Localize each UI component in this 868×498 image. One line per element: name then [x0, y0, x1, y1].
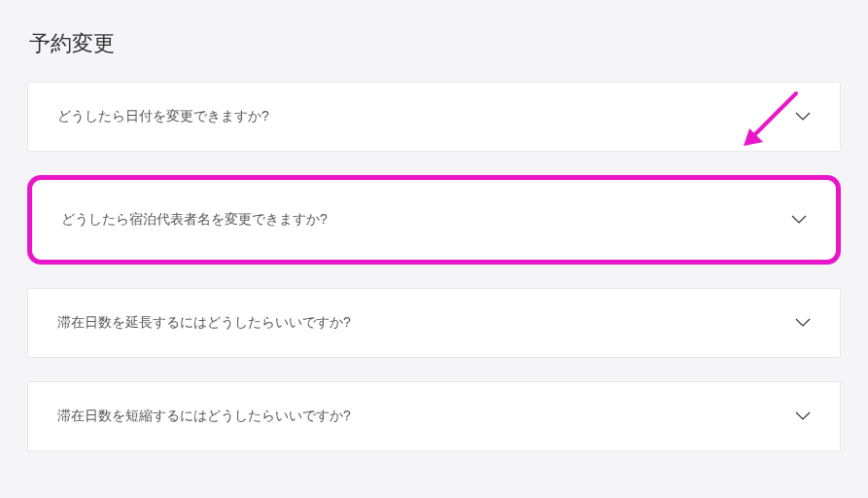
- faq-item-label: どうしたら日付を変更できますか?: [57, 108, 269, 125]
- faq-item-shorten-stay[interactable]: 滞在日数を短縮するにはどうしたらいいですか?: [27, 381, 841, 451]
- faq-item-label: どうしたら宿泊代表者名を変更できますか?: [61, 211, 328, 229]
- faq-item-change-guest-name[interactable]: どうしたら宿泊代表者名を変更できますか?: [27, 175, 841, 265]
- faq-item-extend-stay[interactable]: 滞在日数を延長するにはどうしたらいいですか?: [27, 288, 841, 358]
- chevron-down-icon: [795, 411, 811, 421]
- chevron-down-icon: [795, 112, 811, 122]
- faq-item-change-date[interactable]: どうしたら日付を変更できますか?: [27, 82, 841, 152]
- chevron-down-icon: [795, 318, 811, 328]
- faq-item-label: 滞在日数を短縮するにはどうしたらいいですか?: [57, 408, 351, 425]
- chevron-down-icon: [791, 215, 807, 225]
- faq-item-label: 滞在日数を延長するにはどうしたらいいですか?: [57, 314, 351, 332]
- faq-accordion-list: どうしたら日付を変更できますか? どうしたら宿泊代表者名を変更できますか? 滞在…: [27, 82, 841, 451]
- section-title: 予約変更: [27, 29, 841, 58]
